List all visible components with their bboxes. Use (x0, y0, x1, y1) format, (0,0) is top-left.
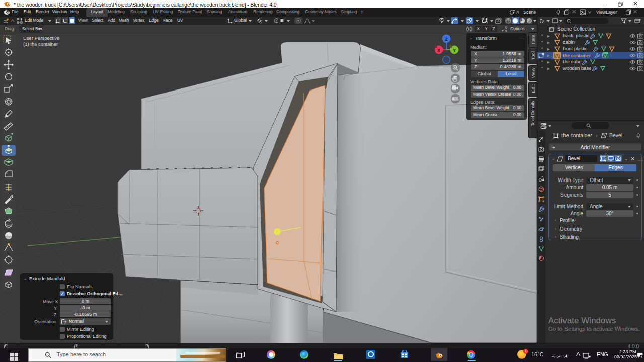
svg-text:(1) the container: (1) the container (23, 41, 58, 47)
svg-text:Y: Y (453, 48, 456, 53)
svg-text:Z: Z (445, 37, 448, 42)
svg-text:X: X (437, 48, 440, 53)
svg-text:User Perspective: User Perspective (23, 35, 59, 41)
